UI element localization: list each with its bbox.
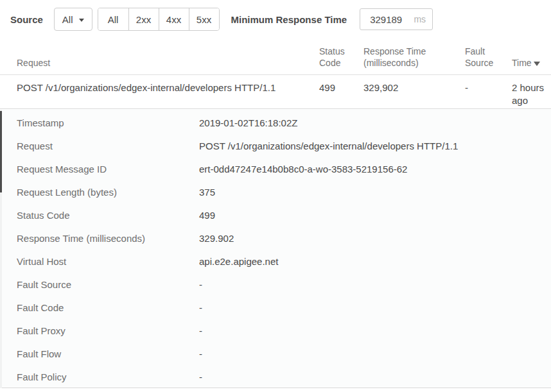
detail-value: - — [199, 371, 551, 382]
detail-label: Request — [17, 141, 199, 151]
column-header-time[interactable]: Time — [512, 57, 551, 69]
min-response-time-label: Minimum Response Time — [231, 14, 347, 25]
detail-value: - — [199, 302, 551, 313]
detail-label: Response Time (milliseconds) — [17, 233, 199, 244]
detail-value: - — [199, 348, 551, 359]
column-header-fault-source[interactable]: Fault Source — [465, 46, 512, 69]
detail-label: Virtual Host — [17, 256, 199, 267]
source-dropdown-value: All — [62, 14, 73, 25]
detail-row-fault-proxy: Fault Proxy - — [0, 319, 551, 342]
detail-value: 375 — [199, 187, 551, 198]
min-response-time-input[interactable] — [369, 13, 414, 26]
detail-panel-scrollbar-thumb[interactable] — [0, 111, 2, 192]
row-status-code: 499 — [319, 81, 363, 108]
detail-label: Fault Flow — [17, 348, 199, 359]
sort-desc-icon — [534, 62, 540, 66]
status-filter-4xx[interactable]: 4xx — [159, 8, 189, 30]
row-fault-source: - — [465, 81, 512, 108]
detail-row-fault-flow: Fault Flow - — [0, 342, 551, 365]
column-header-status-code[interactable]: Status Code — [319, 46, 363, 69]
detail-row-fault-policy: Fault Policy - — [0, 365, 551, 388]
detail-row-fault-source: Fault Source - — [0, 273, 551, 296]
detail-row-status-code: Status Code 499 — [0, 203, 551, 226]
ms-unit-label: ms — [414, 14, 426, 24]
row-request: POST /v1/organizations/edgex-internal/de… — [17, 81, 319, 108]
detail-row-fault-code: Fault Code - — [0, 296, 551, 319]
status-filter-all[interactable]: All — [98, 8, 128, 30]
detail-value: api.e2e.apigee.net — [199, 256, 551, 267]
status-code-filter-group: All 2xx 4xx 5xx — [98, 8, 220, 31]
column-header-response-time[interactable]: Response Time (milliseconds) — [363, 46, 465, 69]
detail-value: - — [199, 279, 551, 290]
detail-row-timestamp: Timestamp 2019-01-02T16:18:02Z — [0, 111, 551, 134]
table-header: Request Status Code Response Time (milli… — [0, 38, 551, 75]
status-filter-2xx[interactable]: 2xx — [128, 8, 159, 30]
source-label: Source — [10, 14, 43, 25]
detail-row-request-message-id: Request Message ID ert-0dd47247e14b0b8c0… — [0, 157, 551, 180]
detail-value: - — [199, 325, 551, 336]
detail-label: Timestamp — [17, 117, 199, 128]
min-response-time-field: ms — [360, 8, 433, 30]
detail-label: Request Message ID — [17, 164, 199, 175]
row-detail-panel: Timestamp 2019-01-02T16:18:02Z Request P… — [0, 110, 551, 388]
status-filter-5xx[interactable]: 5xx — [189, 8, 219, 30]
detail-value: 329.902 — [199, 233, 551, 244]
detail-label: Fault Proxy — [17, 325, 199, 336]
table-row[interactable]: POST /v1/organizations/edgex-internal/de… — [0, 75, 551, 109]
caret-down-icon — [79, 19, 84, 22]
detail-value: 2019-01-02T16:18:02Z — [199, 117, 551, 128]
source-dropdown[interactable]: All — [54, 8, 92, 31]
detail-row-request-length: Request Length (bytes) 375 — [0, 180, 551, 203]
column-header-request[interactable]: Request — [17, 57, 319, 69]
detail-label: Fault Code — [17, 302, 199, 313]
row-response-time: 329,902 — [363, 81, 465, 108]
row-time: 2 hours ago — [512, 81, 551, 108]
detail-value: ert-0dd47247e14b0b8c0-a-wo-3583-5219156-… — [199, 164, 551, 175]
detail-value: 499 — [199, 210, 551, 221]
detail-label: Status Code — [17, 210, 199, 221]
detail-value: POST /v1/organizations/edgex-internal/de… — [199, 141, 551, 151]
detail-row-response-time: Response Time (milliseconds) 329.902 — [0, 226, 551, 250]
detail-row-virtual-host: Virtual Host api.e2e.apigee.net — [0, 250, 551, 273]
detail-label: Fault Policy — [17, 371, 199, 382]
detail-row-request: Request POST /v1/organizations/edgex-int… — [0, 134, 551, 157]
detail-label: Fault Source — [17, 279, 199, 290]
filter-toolbar: Source All All 2xx 4xx 5xx Minimum Respo… — [0, 0, 551, 38]
detail-label: Request Length (bytes) — [17, 187, 199, 198]
